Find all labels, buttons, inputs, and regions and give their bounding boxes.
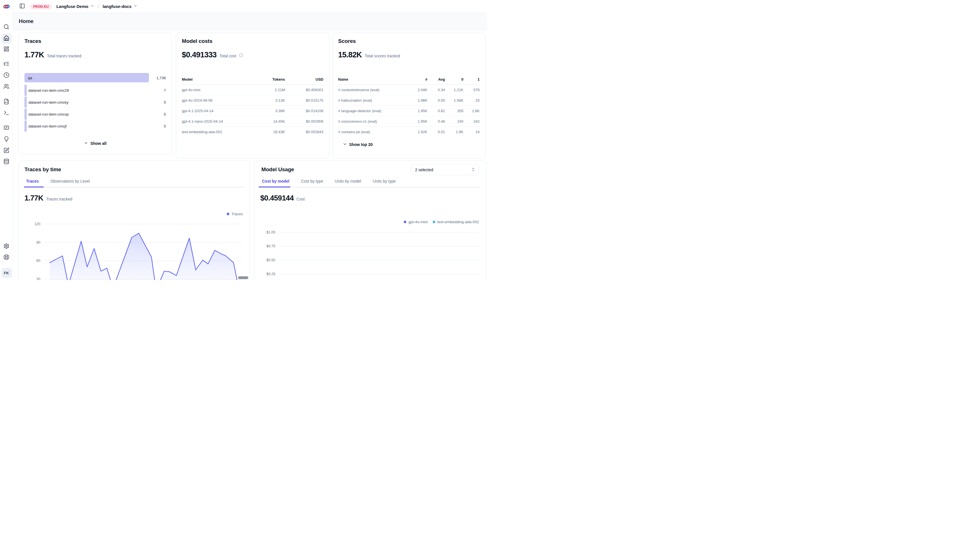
score-zero: 355 bbox=[445, 109, 463, 113]
sidebar-item-evaluation[interactable] bbox=[2, 123, 12, 133]
table-header: Name # Avg 0 1 bbox=[338, 74, 479, 85]
sidebar-item-settings[interactable] bbox=[2, 242, 12, 252]
sidebar-item-dashboards[interactable] bbox=[2, 44, 12, 55]
table-row: # conciseness-v1 (eval) 1.95K 0.48 240 2… bbox=[338, 116, 479, 127]
home-icon bbox=[3, 35, 9, 42]
table-row: # contextrelevance (eval) 2.04K 0.34 1.2… bbox=[338, 85, 479, 95]
score-name: # language-detector (eval) bbox=[338, 109, 411, 113]
table-body: gpt-4o-mini 2.21M $0.456301 gpt-4o-2024-… bbox=[182, 85, 323, 137]
score-zero: 1.21K bbox=[445, 88, 463, 92]
sidebar-item-tracing[interactable] bbox=[2, 59, 12, 69]
langfuse-logo-icon bbox=[3, 3, 10, 10]
show-top-20-button[interactable]: Show top 20 bbox=[342, 142, 373, 147]
model-tokens: 2.21M bbox=[252, 88, 285, 92]
y-axis-tick: $0.75 bbox=[258, 244, 275, 248]
y-axis-tick: 30 bbox=[23, 277, 40, 280]
table-header: Model Tokens USD bbox=[182, 74, 323, 85]
total-cost-label: Total cost bbox=[219, 54, 236, 58]
bar-fill bbox=[24, 108, 27, 120]
card-title: Model costs bbox=[182, 38, 212, 44]
col-zero: 0 bbox=[445, 77, 463, 82]
search-icon bbox=[3, 24, 9, 31]
y-axis-tick: 60 bbox=[23, 259, 40, 263]
page-title: Home bbox=[19, 18, 33, 24]
model-name: gpt-4.1-nano-2025-04-14 bbox=[182, 119, 252, 123]
score-count: 1.95K bbox=[411, 119, 427, 123]
sidebar-item-prompts[interactable] bbox=[2, 97, 12, 107]
clock-icon bbox=[3, 72, 9, 79]
score-count: 2.04K bbox=[411, 88, 427, 92]
score-zero: 1.9K bbox=[445, 130, 463, 134]
sidebar-item-users[interactable] bbox=[2, 82, 12, 92]
y-axis-tick: $0.50 bbox=[258, 258, 275, 262]
total-cost: $0.491333 bbox=[182, 50, 217, 59]
score-avg: 0.01 bbox=[427, 130, 445, 134]
sidebar-item-sessions[interactable] bbox=[2, 70, 12, 81]
trace-bar-row: dataset-run-item-cmc297 bbox=[24, 85, 166, 96]
score-zero: 240 bbox=[445, 119, 463, 123]
sidebar-item-datasets[interactable] bbox=[2, 157, 12, 167]
score-one: 576 bbox=[463, 88, 479, 92]
model-usage-card: Model Usage 2 selected Cost by model Cos… bbox=[254, 160, 486, 280]
table-row: # contains-pii (eval) 1.92K 0.01 1.9K 14 bbox=[338, 127, 479, 137]
topbar: PROD-EU Langfuse Demo / langfuse-docs bbox=[13, 0, 487, 13]
score-one: 1.6K bbox=[463, 109, 479, 113]
bar-fill bbox=[24, 120, 27, 132]
bar-label: qa bbox=[28, 75, 32, 80]
card-title: Traces bbox=[24, 38, 41, 44]
sidebar-item-search[interactable] bbox=[2, 22, 12, 32]
sidebar-item-home[interactable] bbox=[2, 33, 12, 44]
info-icon[interactable] bbox=[239, 53, 243, 58]
score-name: # contextrelevance (eval) bbox=[338, 88, 411, 92]
costs-metric: $0.491333 Total cost bbox=[182, 50, 243, 59]
score-one: 242 bbox=[463, 119, 479, 123]
col-avg: Avg bbox=[427, 77, 445, 82]
file-code-icon bbox=[3, 98, 9, 106]
show-top-20-label: Show top 20 bbox=[349, 142, 373, 147]
users-icon bbox=[3, 83, 9, 91]
show-all-button[interactable]: Show all bbox=[84, 141, 107, 146]
chevron-down-icon bbox=[133, 4, 137, 9]
table-row: gpt-4.1-nano-2025-04-14 14.45K $0.002906 bbox=[182, 116, 323, 127]
page-header: Home bbox=[13, 13, 487, 30]
bar-value: 5 bbox=[164, 100, 166, 105]
col-usd: USD bbox=[285, 77, 323, 82]
traces-metric: 1.77K Total traces tracked bbox=[24, 50, 81, 59]
bar-label: dataset-run-item-cmcvp bbox=[28, 112, 69, 117]
traces-bar-list: qa1,736dataset-run-item-cmc297dataset-ru… bbox=[24, 73, 166, 132]
model-costs-table: Model Tokens USD gpt-4o-mini 2.21M $0.45… bbox=[182, 74, 323, 137]
life-buoy-icon bbox=[3, 254, 9, 261]
model-tokens: 3.13K bbox=[252, 98, 285, 103]
table-row: gpt-4o-2024-08-06 3.13K $0.015175 bbox=[182, 95, 323, 106]
dashboard-icon bbox=[3, 46, 9, 53]
model-usd: $0.002906 bbox=[285, 119, 323, 123]
table-row: gpt-4o-mini 2.21M $0.456301 bbox=[182, 85, 323, 95]
model-name: gpt-4o-2024-08-06 bbox=[182, 98, 252, 103]
bar-value: 1,736 bbox=[156, 75, 166, 80]
sidebar-item-insights[interactable] bbox=[2, 134, 12, 145]
horizontal-scrollbar-thumb[interactable] bbox=[238, 276, 248, 279]
model-name: text-embedding-ada-002 bbox=[182, 130, 252, 134]
sidebar-item-annotation[interactable] bbox=[2, 146, 12, 156]
sidebar-item-playground[interactable] bbox=[2, 108, 12, 118]
org-switcher[interactable]: Langfuse Demo bbox=[56, 4, 94, 9]
bar-label: dataset-run-item-cmcky bbox=[28, 100, 68, 105]
bar-label: dataset-run-item-cmcjf bbox=[28, 124, 67, 128]
trace-bar-row: dataset-run-item-cmcky5 bbox=[24, 97, 166, 108]
bar-fill bbox=[24, 97, 27, 108]
sidebar-rail: FK bbox=[0, 0, 13, 280]
table-row: gpt-4.1-2025-04-14 3.38K $0.014108 bbox=[182, 106, 323, 116]
model-usd: $0.002843 bbox=[285, 130, 323, 134]
bar-fill bbox=[24, 85, 27, 96]
user-avatar[interactable]: FK bbox=[2, 268, 12, 278]
trace-bar-row: dataset-run-item-cmcvp5 bbox=[24, 108, 166, 120]
col-tokens: Tokens bbox=[252, 77, 285, 82]
sidebar-toggle-button[interactable] bbox=[19, 3, 25, 10]
project-switcher[interactable]: langfuse-docs bbox=[103, 4, 137, 9]
table-body: # contextrelevance (eval) 2.04K 0.34 1.2… bbox=[338, 85, 479, 137]
model-name: gpt-4.1-2025-04-14 bbox=[182, 109, 252, 113]
table-row: # language-detector (eval) 1.95K 0.82 35… bbox=[338, 106, 479, 116]
traces-card: Traces 1.77K Total traces tracked qa1,73… bbox=[18, 33, 172, 155]
sidebar-item-support[interactable] bbox=[2, 252, 12, 263]
chevron-down-icon bbox=[342, 142, 347, 147]
